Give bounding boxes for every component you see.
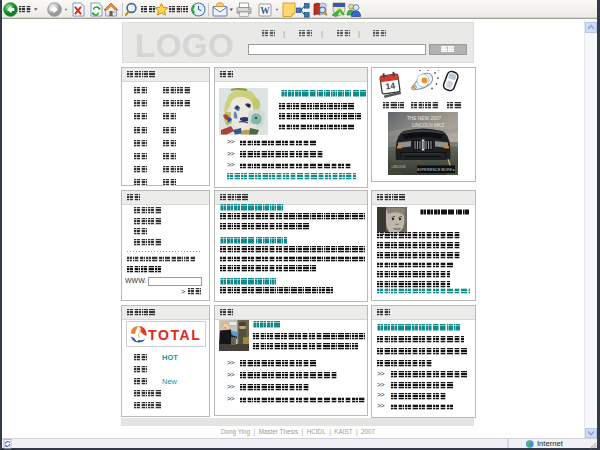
svg-text:LINCOLN MKZ: LINCOLN MKZ <box>412 123 444 128</box>
svg-text:THE NEW 2007: THE NEW 2007 <box>407 116 441 121</box>
svg-text:LINCOLN: LINCOLN <box>392 165 407 169</box>
svg-text:EXPERIENCE MORE ▸: EXPERIENCE MORE ▸ <box>417 168 455 172</box>
svg-text:W: W <box>260 6 270 16</box>
svg-text:14: 14 <box>385 80 396 91</box>
